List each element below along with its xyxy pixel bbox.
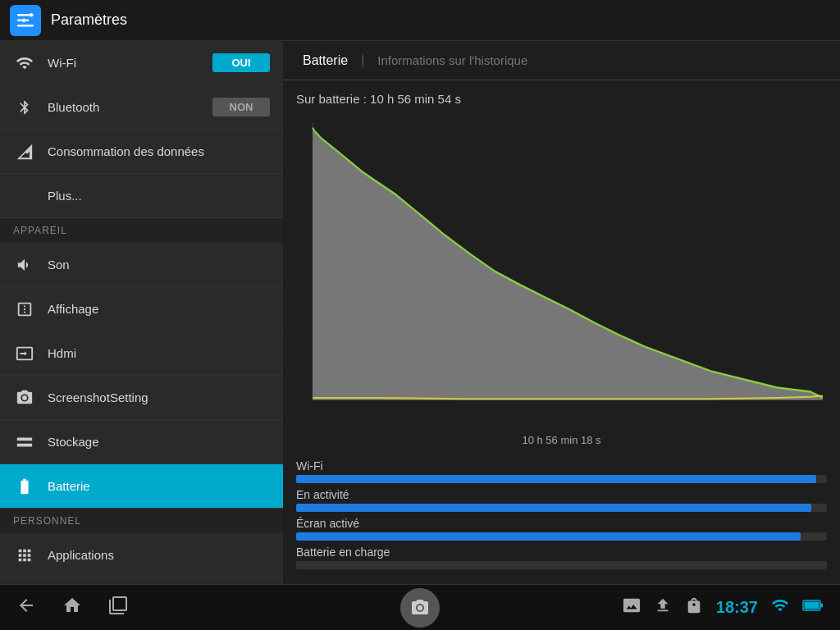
top-bar: Paramètres: [0, 0, 840, 41]
gallery-icon[interactable]: [623, 596, 641, 619]
section-header-personnel: PERSONNEL: [0, 509, 283, 533]
sidebar-item-affichage[interactable]: Affichage: [0, 287, 283, 331]
sidebar-item-bluetooth[interactable]: Bluetooth NON: [0, 85, 283, 130]
bottom-bar: 18:37: [0, 584, 840, 630]
svg-rect-2: [17, 25, 34, 27]
screenshot-icon: [13, 386, 36, 409]
usage-wifi-bar-bg: [296, 475, 827, 483]
svg-point-5: [22, 395, 27, 400]
wifi-toggle-value[interactable]: OUI: [212, 53, 270, 72]
sidebar-item-more[interactable]: Plus...: [0, 174, 283, 218]
sidebar-item-screenshot[interactable]: ScreenshotSetting: [0, 376, 283, 420]
screenshot-label: ScreenshotSetting: [48, 390, 148, 404]
usage-wifi-bar-fill: [296, 475, 816, 483]
back-button[interactable]: [16, 596, 36, 620]
sidebar-item-son[interactable]: Son: [0, 243, 283, 287]
usage-activite-bar-fill: [296, 504, 811, 512]
usage-ecran-label: Écran activé: [296, 517, 827, 530]
tab-bar: Batterie | Informations sur l'historique: [283, 41, 840, 80]
display-icon: [13, 298, 36, 321]
main-content: Wi-Fi OUI Bluetooth NON Co: [0, 41, 840, 584]
sidebar: Wi-Fi OUI Bluetooth NON Co: [0, 41, 283, 584]
usage-charge-label: Batterie en charge: [296, 546, 827, 559]
data-icon: [13, 140, 36, 163]
usage-ecran-bar-bg: [296, 532, 827, 541]
bag-icon[interactable]: [685, 596, 703, 619]
wifi-toggle[interactable]: OUI: [212, 53, 270, 72]
more-icon: [13, 185, 36, 208]
sidebar-item-batterie[interactable]: Batterie: [0, 464, 283, 509]
status-time: 18:37: [716, 598, 758, 617]
right-panel: Batterie | Informations sur l'historique…: [283, 41, 840, 584]
stockage-label: Stockage: [48, 435, 99, 449]
app-icon: [10, 5, 41, 36]
data-label: Consommation des données: [48, 144, 204, 158]
battery-status-icon: [802, 596, 824, 619]
usage-item-activite: En activité: [296, 488, 827, 512]
battery-chart-container: [283, 112, 840, 431]
batterie-label: Batterie: [48, 479, 90, 493]
sound-icon: [13, 253, 36, 276]
sidebar-item-hdmi[interactable]: Hdmi: [0, 331, 283, 376]
bottom-nav-left: [16, 596, 128, 620]
son-label: Son: [48, 258, 70, 272]
bluetooth-toggle-value[interactable]: NON: [212, 98, 270, 116]
upload-icon[interactable]: [654, 596, 672, 619]
hdmi-label: Hdmi: [48, 346, 76, 360]
usage-activite-label: En activité: [296, 488, 827, 501]
bluetooth-label: Bluetooth: [48, 100, 99, 114]
camera-button[interactable]: [400, 588, 440, 628]
svg-point-3: [30, 12, 34, 16]
svg-rect-12: [805, 601, 819, 609]
sidebar-item-data[interactable]: Consommation des données: [0, 130, 283, 174]
affichage-label: Affichage: [48, 302, 98, 316]
wifi-status-icon: [771, 596, 789, 619]
apps-icon: [13, 544, 36, 567]
page-title: Paramètres: [51, 11, 127, 29]
usage-section: Wi-Fi En activité Écran activé Batterie …: [283, 453, 840, 584]
sidebar-item-localisation[interactable]: Services de localisation: [0, 578, 283, 584]
sidebar-item-applications[interactable]: Applications: [0, 533, 283, 578]
usage-activite-bar-bg: [296, 504, 827, 512]
applications-label: Applications: [48, 548, 114, 562]
svg-point-4: [22, 18, 26, 22]
tab-historique[interactable]: Informations sur l'historique: [371, 53, 534, 67]
usage-charge-bar-bg: [296, 561, 827, 569]
recents-button[interactable]: [108, 596, 128, 620]
more-label: Plus...: [48, 189, 82, 203]
chart-time-label: 10 h 56 min 18 s: [283, 431, 840, 453]
bluetooth-toggle[interactable]: NON: [212, 98, 270, 116]
usage-item-wifi: Wi-Fi: [296, 459, 827, 483]
status-bar-right: 18:37: [623, 596, 824, 619]
battery-duration: Sur batterie : 10 h 56 min 54 s: [283, 80, 840, 112]
sidebar-item-wifi[interactable]: Wi-Fi OUI: [0, 41, 283, 85]
svg-rect-13: [820, 603, 823, 607]
battery-chart: [296, 112, 827, 431]
svg-point-10: [418, 605, 422, 609]
hdmi-icon: [13, 342, 36, 365]
storage-icon: [13, 431, 36, 454]
sidebar-item-stockage[interactable]: Stockage: [0, 420, 283, 464]
section-header-appareil: APPAREIL: [0, 218, 283, 243]
usage-ecran-bar-fill: [296, 532, 801, 541]
home-button[interactable]: [62, 596, 82, 620]
wifi-label: Wi-Fi: [48, 56, 76, 70]
usage-item-ecran: Écran activé: [296, 517, 827, 541]
tab-batterie[interactable]: Batterie: [296, 53, 354, 68]
usage-item-charge: Batterie en charge: [296, 546, 827, 569]
battery-icon: [13, 475, 36, 498]
wifi-icon: [13, 52, 36, 75]
usage-wifi-label: Wi-Fi: [296, 459, 827, 472]
bluetooth-icon: [13, 96, 36, 119]
